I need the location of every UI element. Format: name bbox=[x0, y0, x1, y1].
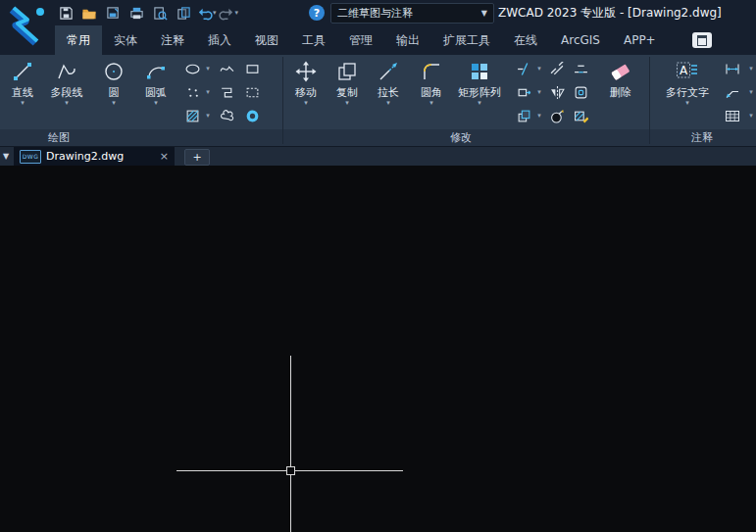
chevron-down-icon[interactable]: ▾ bbox=[65, 100, 69, 107]
move-icon bbox=[295, 61, 317, 82]
chevron-down-icon[interactable]: ▾ bbox=[21, 100, 25, 107]
tab-app-plus[interactable]: APP+ bbox=[612, 25, 668, 55]
annotate-small-tools: ▾ ▾ ▾ bbox=[720, 57, 756, 127]
help-icon: ? bbox=[314, 7, 320, 20]
ellipse-button[interactable] bbox=[184, 61, 200, 76]
lengthen-icon bbox=[378, 61, 399, 82]
chevron-down-icon[interactable]: ▾ bbox=[749, 89, 753, 96]
stretch-button[interactable] bbox=[516, 84, 531, 100]
close-icon[interactable]: × bbox=[160, 151, 169, 162]
mirror-button[interactable] bbox=[549, 84, 565, 100]
rect-array-icon bbox=[469, 61, 490, 82]
region-icon bbox=[220, 85, 234, 100]
chevron-down-icon[interactable]: ▾ bbox=[478, 100, 481, 107]
tab-manage[interactable]: 管理 bbox=[337, 25, 384, 55]
tab-view[interactable]: 视图 bbox=[243, 25, 290, 55]
chevron-down-icon[interactable]: ▾ bbox=[429, 100, 433, 107]
chevron-down-icon[interactable]: ▾ bbox=[112, 100, 116, 107]
linear-dimension-button[interactable] bbox=[725, 61, 740, 76]
workspace-value: 二维草图与注释 bbox=[337, 6, 413, 21]
hatch-button[interactable] bbox=[184, 108, 200, 123]
point-icon bbox=[185, 85, 200, 100]
join-icon bbox=[574, 62, 588, 76]
tab-tools[interactable]: 工具 bbox=[290, 25, 337, 55]
undo-icon bbox=[196, 6, 213, 21]
redo-dropdown-icon[interactable]: ▾ bbox=[235, 10, 239, 17]
table-button[interactable] bbox=[725, 108, 740, 123]
mtext-button[interactable]: A 多行文字 ▾ bbox=[659, 59, 716, 107]
copy-button[interactable]: 复制 ▾ bbox=[327, 59, 368, 107]
leader-button[interactable] bbox=[725, 84, 740, 100]
doc-tabs-menu-icon[interactable]: ▼ bbox=[3, 153, 9, 161]
chevron-down-icon[interactable]: ▾ bbox=[685, 100, 689, 107]
tab-online[interactable]: 在线 bbox=[502, 25, 549, 55]
edit-hatch-button[interactable] bbox=[573, 108, 588, 123]
tab-home[interactable]: 常用 bbox=[55, 25, 102, 55]
undo-dropdown-icon[interactable]: ▾ bbox=[213, 10, 217, 17]
tab-output[interactable]: 输出 bbox=[384, 25, 431, 55]
tab-annotate[interactable]: 注释 bbox=[149, 25, 196, 55]
chevron-down-icon[interactable]: ▾ bbox=[537, 66, 541, 73]
region-button[interactable] bbox=[219, 84, 234, 100]
leader-icon bbox=[725, 85, 740, 100]
workspace-dropdown[interactable]: 二维草图与注释 ▼ bbox=[330, 3, 494, 24]
trim-icon bbox=[517, 62, 531, 76]
tab-solid[interactable]: 实体 bbox=[102, 25, 149, 55]
print-preview-button[interactable] bbox=[149, 3, 171, 23]
explode-attributes-button[interactable] bbox=[516, 108, 531, 123]
spline-button[interactable] bbox=[219, 61, 234, 76]
new-tab-button[interactable]: + bbox=[184, 149, 210, 166]
rect-array-button[interactable]: 矩形阵列 ▾ bbox=[452, 59, 507, 107]
donut-button[interactable] bbox=[244, 108, 260, 123]
plot-button[interactable] bbox=[126, 3, 147, 23]
polyline-button[interactable]: 多段线 ▾ bbox=[43, 59, 90, 107]
chevron-down-icon[interactable]: ▾ bbox=[304, 100, 308, 107]
document-tab-active[interactable]: DWG Drawing2.dwg × bbox=[14, 147, 175, 166]
save-button[interactable] bbox=[55, 3, 76, 23]
chevron-down-icon[interactable]: ▾ bbox=[206, 89, 210, 96]
chevron-down-icon[interactable]: ▾ bbox=[749, 113, 753, 120]
plot-icon bbox=[129, 6, 144, 21]
publish-button[interactable] bbox=[173, 3, 194, 23]
wipeout-button[interactable] bbox=[244, 84, 260, 100]
chevron-down-icon[interactable]: ▾ bbox=[345, 100, 349, 107]
fillet-button[interactable]: 圆角 ▾ bbox=[411, 59, 452, 107]
tab-arcgis[interactable]: ArcGIS bbox=[549, 25, 612, 55]
ribbon: 直线 ▾ 多段线 ▾ 圆 ▾ 圆弧 ▾ bbox=[0, 55, 756, 147]
save-as-icon bbox=[106, 6, 121, 21]
join-button[interactable] bbox=[573, 61, 588, 76]
edit-hatch-icon bbox=[574, 109, 588, 123]
point-button[interactable] bbox=[184, 84, 200, 100]
erase-button[interactable]: 删除 bbox=[598, 59, 643, 99]
chevron-down-icon[interactable]: ▾ bbox=[537, 89, 541, 96]
drawing-canvas[interactable] bbox=[0, 166, 756, 532]
tab-insert[interactable]: 插入 bbox=[196, 25, 243, 55]
line-button[interactable]: 直线 ▾ bbox=[2, 59, 43, 107]
arc-icon bbox=[145, 61, 167, 82]
trim-button[interactable] bbox=[516, 61, 531, 76]
circle-button[interactable]: 圆 ▾ bbox=[94, 59, 133, 107]
polyline-icon bbox=[56, 61, 77, 82]
chevron-down-icon[interactable]: ▾ bbox=[206, 113, 210, 120]
open-button[interactable] bbox=[78, 3, 100, 23]
revision-cloud-button[interactable] bbox=[219, 108, 234, 123]
break-button[interactable] bbox=[549, 61, 565, 76]
tab-express-tools[interactable]: 扩展工具 bbox=[431, 25, 502, 55]
explode-button[interactable] bbox=[549, 108, 565, 123]
undo-button[interactable]: ▾ bbox=[196, 6, 217, 21]
save-as-button[interactable] bbox=[102, 3, 124, 23]
arc-button[interactable]: 圆弧 ▾ bbox=[135, 59, 176, 107]
chevron-down-icon[interactable]: ▾ bbox=[386, 100, 390, 107]
help-button[interactable]: ? bbox=[309, 5, 325, 21]
redo-button[interactable]: ▾ bbox=[219, 6, 239, 21]
rectangle-button[interactable] bbox=[244, 61, 260, 76]
chevron-down-icon[interactable]: ▾ bbox=[206, 66, 210, 73]
move-button[interactable]: 移动 ▾ bbox=[285, 59, 327, 107]
lengthen-button[interactable]: 拉长 ▾ bbox=[368, 59, 409, 107]
ribbon-display-toggle[interactable] bbox=[692, 32, 712, 48]
chevron-down-icon[interactable]: ▾ bbox=[537, 113, 541, 120]
offset-button[interactable] bbox=[573, 84, 588, 100]
chevron-down-icon[interactable]: ▾ bbox=[749, 66, 753, 73]
line-icon bbox=[12, 61, 33, 82]
chevron-down-icon[interactable]: ▾ bbox=[154, 100, 158, 107]
